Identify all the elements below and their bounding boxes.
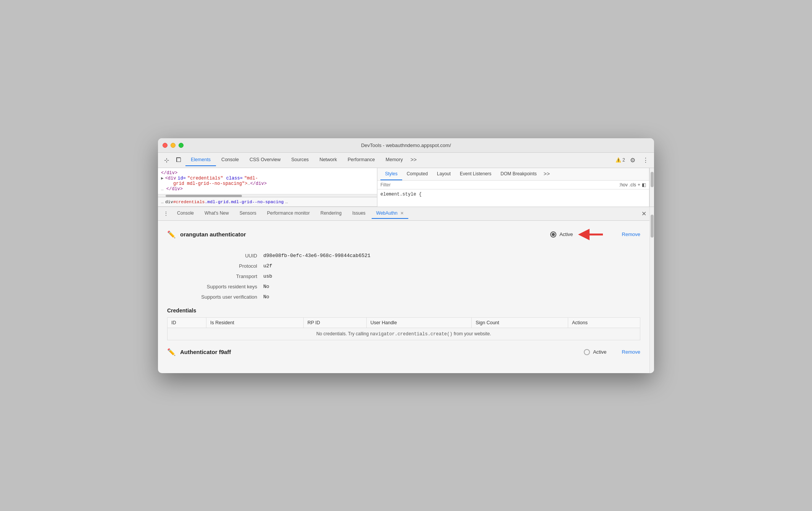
credentials-table-body: No credentials. Try calling navigator.cr… [168, 328, 640, 340]
drawer-more-icon[interactable]: ⋮ [161, 209, 171, 218]
tab-issues[interactable]: Issues [348, 208, 370, 219]
more-options-icon[interactable]: ⋮ [640, 155, 651, 165]
hov-button[interactable]: :hov [619, 182, 628, 188]
more-tabs-button[interactable]: >> [408, 155, 419, 165]
authenticator1-active-label: Active [559, 231, 573, 237]
expand-arrow[interactable]: ▶ [161, 176, 164, 181]
close-button[interactable] [163, 143, 168, 148]
tab-sources[interactable]: Sources [286, 154, 314, 166]
red-arrow-annotation [576, 227, 607, 242]
tab-event-listeners[interactable]: Event Listeners [455, 168, 496, 180]
edit-icon-2[interactable]: ✏️ [167, 348, 176, 356]
bottom-area: ⋮ Console What's New Sensors Performance… [158, 207, 654, 373]
tab-elements[interactable]: Elements [185, 154, 216, 166]
tab-console[interactable]: Console [216, 154, 244, 166]
right-scrollbar[interactable] [649, 168, 654, 207]
breadcrumb-path[interactable]: div#credentials.mdl-grid.mdl-grid--no-sp… [165, 199, 284, 204]
tab-css-overview[interactable]: CSS Overview [244, 154, 286, 166]
uuid-value: d98e08fb-0efc-43e6-968c-99844cab6521 [263, 253, 371, 259]
breadcrumb-dots: … [161, 199, 164, 204]
drawer-close-button[interactable]: ✕ [641, 210, 646, 217]
bottom-main: ⋮ Console What's New Sensors Performance… [158, 207, 649, 373]
horizontal-scrollbar[interactable] [158, 194, 377, 197]
tab-whats-new[interactable]: What's New [200, 208, 234, 219]
cls-button[interactable]: .cls [629, 182, 636, 188]
styles-more-tabs[interactable]: >> [541, 169, 552, 179]
tab-performance-monitor[interactable]: Performance monitor [263, 208, 314, 219]
tab-sensors[interactable]: Sensors [235, 208, 261, 219]
devtools-tab-bar: Elements Console CSS Overview Sources Ne… [185, 154, 614, 166]
tab-computed[interactable]: Computed [402, 168, 432, 180]
tab-rendering[interactable]: Rendering [316, 208, 346, 219]
tab-console-bottom[interactable]: Console [172, 208, 198, 219]
authenticator2-active-group: Active [584, 349, 606, 355]
settings-icon[interactable]: ⚙ [627, 155, 638, 165]
tab-memory[interactable]: Memory [380, 154, 408, 166]
cursor-icon[interactable]: ⊹ [161, 155, 172, 165]
styles-filter-input[interactable] [380, 182, 617, 188]
bottom-tab-bar: ⋮ Console What's New Sensors Performance… [158, 207, 649, 221]
credentials-table-head: ID Is Resident RP ID User Handle Sign Co… [168, 317, 640, 328]
warning-icon: ⚠️ [615, 157, 621, 163]
credentials-section: Credentials ID Is Resident RP ID User Ha… [167, 307, 640, 340]
protocol-value: u2f [263, 263, 272, 269]
col-is-resident: Is Resident [206, 317, 304, 328]
devtools-header-right: ⚠️ 2 ⚙ ⋮ [615, 155, 651, 165]
detail-uuid: UUID d98e08fb-0efc-43e6-968c-99844cab652… [179, 253, 640, 259]
protocol-label: Protocol [179, 263, 263, 269]
detail-user-verification: Supports user verification No [179, 294, 640, 300]
add-rule-icon[interactable]: + [638, 182, 640, 188]
tab-network[interactable]: Network [314, 154, 342, 166]
panels-area: </div> ▶ <div id="credentials" class="md… [158, 168, 654, 207]
elements-div-credentials: ▶ <div id="credentials" class="mdl- [161, 176, 374, 181]
credentials-empty-row: No credentials. Try calling navigator.cr… [168, 328, 640, 340]
styles-content: element.style { [377, 189, 649, 199]
devtools-header: ⊹ ⧠ Elements Console CSS Overview Source… [158, 153, 654, 168]
device-icon[interactable]: ⧠ [173, 155, 184, 165]
tab-performance[interactable]: Performance [342, 154, 380, 166]
col-sign-count: Sign Count [472, 317, 568, 328]
col-actions: Actions [568, 317, 640, 328]
authenticator2-active-radio[interactable] [584, 349, 590, 355]
tab-layout[interactable]: Layout [432, 168, 455, 180]
credentials-table: ID Is Resident RP ID User Handle Sign Co… [167, 317, 640, 340]
elements-div-close3: … </div> [161, 186, 374, 192]
authenticator2-active-label: Active [593, 349, 606, 355]
scrollbar-thumb [166, 195, 242, 197]
styles-panel: Styles Computed Layout Event Listeners D… [377, 168, 649, 207]
main-layout: </div> ▶ <div id="credentials" class="md… [158, 168, 654, 373]
tab-dom-breakpoints[interactable]: DOM Breakpoints [496, 168, 541, 180]
col-id: ID [168, 317, 206, 328]
sidebar-toggle-icon[interactable]: ◧ [642, 182, 646, 188]
resident-keys-label: Supports resident keys [179, 284, 263, 289]
credentials-title: Credentials [167, 307, 640, 314]
authenticator1-remove[interactable]: Remove [622, 231, 640, 237]
maximize-button[interactable] [179, 143, 184, 148]
webauthn-content: ✏️ orangutan authenticator Active [158, 221, 649, 373]
user-verification-label: Supports user verification [179, 294, 263, 300]
bottom-right-scrollbar[interactable] [649, 207, 654, 373]
detail-resident-keys: Supports resident keys No [179, 284, 640, 289]
minimize-button[interactable] [171, 143, 176, 148]
warning-count: 2 [622, 157, 625, 163]
tab-styles[interactable]: Styles [380, 168, 402, 180]
authenticator2-name: Authenticator f9aff [180, 349, 584, 355]
breadcrumb-bar: … div#credentials.mdl-grid.mdl-grid--no-… [158, 197, 377, 207]
tab-webauthn-close[interactable]: ✕ [400, 211, 404, 215]
authenticator2-row: ✏️ Authenticator f9aff Active Remove [167, 348, 640, 361]
authenticator1-row: ✏️ orangutan authenticator Active [167, 227, 640, 247]
tab-webauthn[interactable]: WebAuthn ✕ [372, 208, 408, 219]
bottom-scrollbar-handle [651, 215, 654, 238]
title-bar: DevTools - webauthndemo.appspot.com/ [158, 138, 654, 153]
elements-panel: </div> ▶ <div id="credentials" class="md… [158, 168, 377, 207]
styles-filter-bar: :hov .cls + ◧ [377, 181, 649, 189]
detail-transport: Transport usb [179, 273, 640, 279]
transport-label: Transport [179, 273, 263, 279]
col-rp-id: RP ID [303, 317, 366, 328]
warning-badge[interactable]: ⚠️ 2 [615, 157, 625, 163]
authenticator2-remove[interactable]: Remove [622, 349, 640, 355]
edit-icon-1[interactable]: ✏️ [167, 230, 176, 239]
authenticator1-active-radio[interactable] [550, 231, 556, 238]
breadcrumb-more[interactable]: … [285, 199, 288, 204]
uuid-label: UUID [179, 253, 263, 259]
